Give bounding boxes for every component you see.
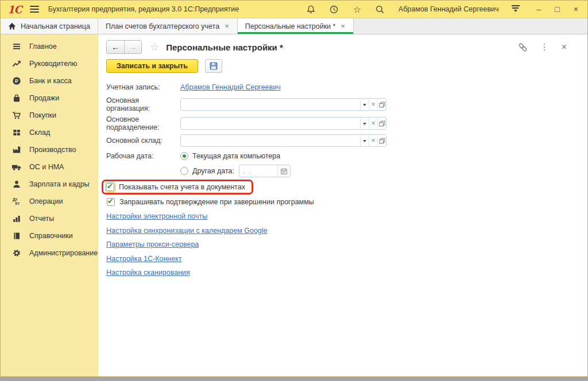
proxy-settings-link[interactable]: Параметры прокси-сервера bbox=[106, 240, 199, 248]
notifications-bell-icon[interactable] bbox=[305, 3, 317, 15]
other-date-input[interactable] bbox=[239, 165, 277, 177]
bar-chart-icon bbox=[11, 214, 22, 223]
tab-home[interactable]: Начальная страница bbox=[1, 18, 98, 34]
book-icon bbox=[11, 231, 22, 240]
service-settings-menu-icon[interactable] bbox=[512, 5, 520, 14]
sidebar-item-manager[interactable]: Руководителю bbox=[1, 55, 98, 72]
dropdown-arrow-icon[interactable] bbox=[360, 99, 369, 110]
save-and-close-button[interactable]: Записать и закрыть bbox=[106, 59, 198, 73]
other-date-label: Другая дата: bbox=[192, 167, 234, 175]
sidebar-item-label: Главное bbox=[29, 42, 57, 50]
1c-logo: 1С bbox=[7, 3, 22, 15]
get-link-icon[interactable] bbox=[518, 42, 528, 52]
sidebar-item-warehouse[interactable]: Склад bbox=[1, 124, 98, 141]
close-form-icon[interactable]: × bbox=[562, 42, 567, 52]
current-date-radio[interactable] bbox=[180, 152, 188, 160]
more-menu-icon[interactable]: ⋮ bbox=[540, 42, 549, 52]
checkmark-icon: ✔ bbox=[107, 197, 114, 205]
other-date-field bbox=[239, 165, 291, 177]
sidebar-item-production[interactable]: Производство bbox=[1, 141, 98, 158]
sidebar-item-main[interactable]: Главное bbox=[1, 38, 98, 55]
sidebar-item-label: Операции bbox=[29, 197, 63, 205]
sidebar-item-directories[interactable]: Справочники bbox=[1, 227, 98, 244]
sidebar-item-label: Продажи bbox=[29, 94, 59, 102]
1c-connect-settings-link[interactable]: Настройка 1С-Коннект bbox=[106, 255, 181, 263]
form-header-row: ← → ☆ Персональные настройки * ⋮ × bbox=[106, 40, 579, 54]
dropdown-arrow-icon[interactable] bbox=[360, 118, 369, 129]
save-button[interactable] bbox=[205, 59, 222, 73]
svg-text:P: P bbox=[15, 78, 18, 84]
tab-close-icon[interactable]: × bbox=[340, 22, 346, 30]
google-calendar-sync-link[interactable]: Настройка синхронизации с календарем Goo… bbox=[106, 227, 268, 235]
main-menu-icon[interactable] bbox=[30, 6, 39, 13]
close-window-button[interactable]: × bbox=[574, 5, 578, 13]
sidebar-item-reports[interactable]: Отчеты bbox=[1, 210, 98, 227]
main-content: ← → ☆ Персональные настройки * ⋮ × Запис… bbox=[98, 34, 587, 376]
minimize-button[interactable]: – bbox=[537, 5, 541, 13]
calendar-icon[interactable] bbox=[277, 165, 290, 177]
back-button[interactable]: ← bbox=[107, 41, 124, 53]
organization-input[interactable] bbox=[181, 99, 360, 110]
open-item-icon[interactable] bbox=[377, 135, 386, 146]
ruble-icon: P bbox=[11, 76, 22, 85]
floppy-disk-icon bbox=[209, 61, 218, 71]
sidebar-item-label: Банк и касса bbox=[29, 77, 72, 85]
show-accounts-label: Показывать счета учета в документах bbox=[119, 183, 245, 191]
window-chrome: 1С Бухгалтерия предприятия, редакция 3.0… bbox=[0, 0, 588, 377]
confirm-exit-checkbox[interactable]: ✔ bbox=[107, 198, 115, 206]
tab-chart-of-accounts[interactable]: План счетов бухгалтерского учета × bbox=[98, 18, 238, 34]
organization-row: Основная организация: × bbox=[106, 96, 579, 112]
department-combobox: × bbox=[180, 117, 386, 130]
tab-close-icon[interactable]: × bbox=[224, 22, 230, 30]
search-icon[interactable] bbox=[374, 3, 386, 15]
title-bar: 1С Бухгалтерия предприятия, редакция 3.0… bbox=[1, 1, 587, 18]
debit-credit-icon: ДтКт bbox=[11, 197, 22, 206]
other-date-radio[interactable] bbox=[180, 167, 188, 175]
sidebar-item-label: Администрирование bbox=[29, 249, 98, 257]
sidebar-item-administration[interactable]: Администрирование bbox=[1, 244, 98, 262]
show-accounts-checkbox[interactable]: ✔ bbox=[106, 183, 114, 191]
open-item-icon[interactable] bbox=[377, 118, 386, 129]
warehouse-input[interactable] bbox=[181, 135, 360, 146]
current-user-button[interactable]: Абрамов Геннадий Сергеевич bbox=[399, 5, 499, 13]
sidebar-item-operations[interactable]: ДтКт Операции bbox=[1, 193, 98, 210]
add-to-favorites-star-icon[interactable]: ☆ bbox=[150, 41, 159, 53]
app-window: 1С Бухгалтерия предприятия, редакция 3.0… bbox=[0, 0, 588, 381]
clear-field-icon[interactable]: × bbox=[369, 99, 377, 110]
dropdown-arrow-icon[interactable] bbox=[360, 135, 369, 146]
workdate-label: Рабочая дата: bbox=[106, 152, 180, 160]
open-item-icon[interactable] bbox=[377, 99, 386, 110]
sidebar-item-payroll-hr[interactable]: Зарплата и кадры bbox=[1, 176, 98, 193]
home-icon bbox=[8, 22, 16, 30]
clear-field-icon[interactable]: × bbox=[369, 118, 377, 129]
truck-icon bbox=[11, 162, 22, 172]
department-row: Основное подразделение: × bbox=[106, 115, 579, 131]
history-icon[interactable] bbox=[328, 3, 340, 15]
checkmark-icon: ✔ bbox=[107, 182, 113, 190]
department-input[interactable] bbox=[181, 118, 360, 129]
bag-icon bbox=[11, 94, 22, 103]
sidebar-item-label: Руководителю bbox=[29, 60, 77, 68]
forward-button[interactable]: → bbox=[124, 41, 141, 53]
sidebar-item-bank-cash[interactable]: P Банк и касса bbox=[1, 72, 98, 90]
clear-field-icon[interactable]: × bbox=[369, 135, 377, 146]
sidebar-item-purchases[interactable]: Покупки bbox=[1, 107, 98, 124]
window-bottom-edge bbox=[0, 377, 588, 381]
sidebar-item-label: Покупки bbox=[29, 111, 56, 119]
sidebar-item-fixed-assets[interactable]: ОС и НМА bbox=[1, 158, 98, 176]
settings-form: Учетная запись: Абрамов Геннадий Сергеев… bbox=[106, 81, 579, 277]
scanning-settings-link[interactable]: Настройка сканирования bbox=[106, 269, 190, 277]
sidebar-item-label: Справочники bbox=[29, 232, 73, 240]
trend-icon bbox=[11, 59, 22, 68]
workdate-row: Рабочая дата: Текущая дата компьютера bbox=[106, 150, 579, 162]
sections-sidebar: Главное Руководителю P Банк и касса Прод… bbox=[1, 34, 98, 376]
tab-label: Начальная страница bbox=[21, 22, 90, 30]
form-header-icons: ⋮ × bbox=[518, 42, 579, 52]
maximize-button[interactable]: □ bbox=[555, 5, 559, 13]
favorites-star-icon[interactable]: ☆ bbox=[351, 3, 363, 15]
account-user-link[interactable]: Абрамов Геннадий Сергеевич bbox=[180, 83, 281, 91]
tab-personal-settings[interactable]: Персональные настройки * × bbox=[238, 18, 354, 34]
sidebar-item-sales[interactable]: Продажи bbox=[1, 90, 98, 107]
person-icon bbox=[11, 180, 22, 189]
email-settings-link[interactable]: Настройки электронной почты bbox=[106, 212, 207, 220]
